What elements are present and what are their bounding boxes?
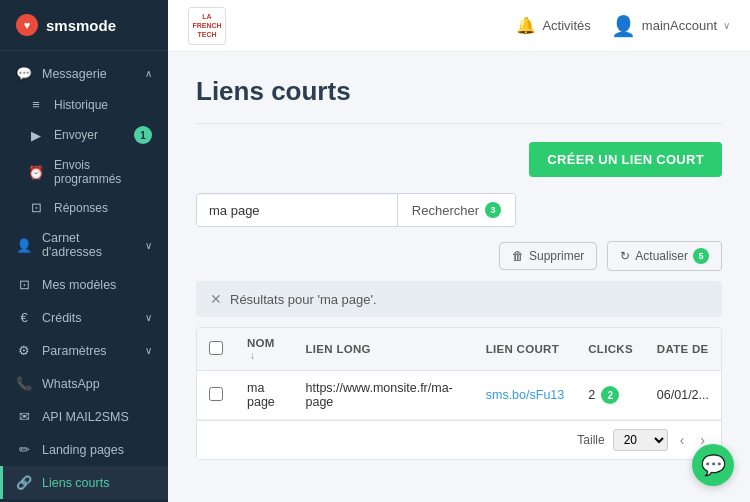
chat-icon: 💬 xyxy=(701,453,726,477)
sidebar-item-envois-programmes[interactable]: ⏰ Envois programmés xyxy=(12,151,168,193)
col-nom: NOM ↓ xyxy=(235,328,294,371)
chevron-icon: ∨ xyxy=(145,345,152,356)
sidebar-logo: ♥ smsmode xyxy=(0,0,168,51)
envoyer-icon: ▶ xyxy=(28,128,44,143)
sidebar-item-envoyer[interactable]: ▶ Envoyer 1 xyxy=(12,119,168,151)
sidebar-nav: 💬 Messagerie ∧ ≡ Historique ▶ Envoyer 1 … xyxy=(0,51,168,502)
create-lien-button[interactable]: CRÉER UN LIEN COURT xyxy=(529,142,722,177)
nom-value: ma page xyxy=(247,381,275,409)
smsmode-logo-icon: ♥ xyxy=(16,14,38,36)
clicks-container: 2 2 xyxy=(588,386,619,404)
table-footer: Taille 20 50 100 ‹ › xyxy=(197,420,721,459)
select-all-checkbox[interactable] xyxy=(209,341,223,355)
chat-bubble-button[interactable]: 💬 xyxy=(692,444,734,486)
col-lien-long: LIEN LONG xyxy=(294,328,474,371)
row-lien-long: https://www.monsite.fr/ma-page xyxy=(294,371,474,420)
carnet-icon: 👤 xyxy=(16,238,32,253)
sort-arrow-nom: ↓ xyxy=(250,350,255,361)
messagerie-icon: 💬 xyxy=(16,66,32,81)
row-check-cell xyxy=(197,371,235,420)
activites-label: Activités xyxy=(542,18,590,33)
close-icon[interactable]: ✕ xyxy=(210,291,222,307)
sidebar-item-label: Carnet d'adresses xyxy=(42,231,135,259)
row-lien-court: sms.bo/sFu13 xyxy=(474,371,577,420)
sidebar-item-whatsapp[interactable]: 📞 WhatsApp xyxy=(0,367,168,400)
sidebar-item-label: Envois programmés xyxy=(54,158,152,186)
toolbar-row: CRÉER UN LIEN COURT xyxy=(196,142,722,177)
topbar-activites[interactable]: 🔔 Activités xyxy=(516,16,590,35)
account-label: mainAccount xyxy=(642,18,717,33)
bell-icon: 🔔 xyxy=(516,16,536,35)
topbar: LAFRENCHTECH 🔔 Activités 👤 mainAccount ∨ xyxy=(168,0,750,52)
result-text: Résultats pour 'ma page'. xyxy=(230,292,377,307)
account-chevron-icon: ∨ xyxy=(723,20,730,31)
chevron-icon: ∨ xyxy=(145,312,152,323)
sidebar-item-label: Landing pages xyxy=(42,443,152,457)
liens-table: NOM ↓ LIEN LONG LIEN COURT CLICKS DATE D… xyxy=(197,328,721,420)
sidebar-item-carnet-adresses[interactable]: 👤 Carnet d'adresses ∨ xyxy=(0,222,168,268)
chevron-icon: ∧ xyxy=(145,68,152,79)
sidebar-item-label: Historique xyxy=(54,98,152,112)
envois-icon: ⏰ xyxy=(28,165,44,180)
search-badge: 3 xyxy=(485,202,501,218)
taille-select[interactable]: 20 50 100 xyxy=(613,429,668,451)
topbar-logo: LAFRENCHTECH xyxy=(188,7,500,45)
divider xyxy=(196,123,722,124)
sidebar-item-label: Mes modèles xyxy=(42,278,152,292)
col-clicks: CLICKS xyxy=(576,328,645,371)
lien-court-link[interactable]: sms.bo/sFu13 xyxy=(486,388,565,402)
lien-long-value: https://www.monsite.fr/ma-page xyxy=(306,381,453,409)
supprimer-button[interactable]: 🗑 Supprimer xyxy=(499,242,597,270)
api-icon: ✉ xyxy=(16,409,32,424)
search-label: Rechercher xyxy=(412,203,479,218)
sidebar-item-label: Messagerie xyxy=(42,67,135,81)
credits-icon: € xyxy=(16,310,32,325)
user-icon: 👤 xyxy=(611,14,636,38)
sidebar-item-label: Liens courts xyxy=(42,476,152,490)
sidebar-item-parametres[interactable]: ⚙ Paramètres ∨ xyxy=(0,334,168,367)
sidebar-item-label: Envoyer xyxy=(54,128,124,142)
result-banner: ✕ Résultats pour 'ma page'. xyxy=(196,281,722,317)
row-date: 06/01/2... xyxy=(645,371,721,420)
clicks-value: 2 xyxy=(588,388,595,402)
taille-label: Taille xyxy=(577,433,604,447)
clicks-badge: 2 xyxy=(601,386,619,404)
page-title: Liens courts xyxy=(196,76,722,107)
actualiser-button[interactable]: ↻ Actualiser 5 xyxy=(607,241,722,271)
actualiser-badge: 5 xyxy=(693,248,709,264)
sidebar-item-mes-modeles[interactable]: ⊡ Mes modèles xyxy=(0,268,168,301)
sidebar-item-historique[interactable]: ≡ Historique xyxy=(12,90,168,119)
search-row: Rechercher 3 xyxy=(196,193,516,227)
envoyer-badge: 1 xyxy=(134,126,152,144)
modeles-icon: ⊡ xyxy=(16,277,32,292)
sidebar-item-messagerie[interactable]: 💬 Messagerie ∧ xyxy=(0,57,168,90)
sidebar-item-api-mail2sms[interactable]: ✉ API MAIL2SMS xyxy=(0,400,168,433)
sidebar-item-label: WhatsApp xyxy=(42,377,152,391)
search-input[interactable] xyxy=(197,195,397,226)
sidebar-item-landing-pages[interactable]: ✏ Landing pages xyxy=(0,433,168,466)
sidebar-item-label: Crédits xyxy=(42,311,135,325)
topbar-account[interactable]: 👤 mainAccount ∨ xyxy=(611,14,730,38)
french-tech-text: LAFRENCHTECH xyxy=(192,12,221,39)
col-date: DATE DE xyxy=(645,328,721,371)
search-container: Rechercher 3 xyxy=(196,193,722,227)
supprimer-label: Supprimer xyxy=(529,249,584,263)
main-area: LAFRENCHTECH 🔔 Activités 👤 mainAccount ∨… xyxy=(168,0,750,502)
sidebar: ♥ smsmode 💬 Messagerie ∧ ≡ Historique ▶ … xyxy=(0,0,168,502)
row-checkbox[interactable] xyxy=(209,387,223,401)
sidebar-item-label: Réponses xyxy=(54,201,152,215)
search-button[interactable]: Rechercher 3 xyxy=(397,194,515,226)
reponses-icon: ⊡ xyxy=(28,200,44,215)
action-row: 🗑 Supprimer ↻ Actualiser 5 xyxy=(196,241,722,271)
col-check xyxy=(197,328,235,371)
whatsapp-icon: 📞 xyxy=(16,376,32,391)
sidebar-item-credits[interactable]: € Crédits ∨ xyxy=(0,301,168,334)
prev-page-button[interactable]: ‹ xyxy=(676,430,689,450)
sidebar-item-reponses[interactable]: ⊡ Réponses xyxy=(12,193,168,222)
sidebar-item-liens-courts[interactable]: 🔗 Liens courts xyxy=(0,466,168,499)
col-lien-court: LIEN COURT xyxy=(474,328,577,371)
content: Liens courts CRÉER UN LIEN COURT Recherc… xyxy=(168,52,750,502)
refresh-icon: ↻ xyxy=(620,249,630,263)
parametres-icon: ⚙ xyxy=(16,343,32,358)
date-value: 06/01/2... xyxy=(657,388,709,402)
